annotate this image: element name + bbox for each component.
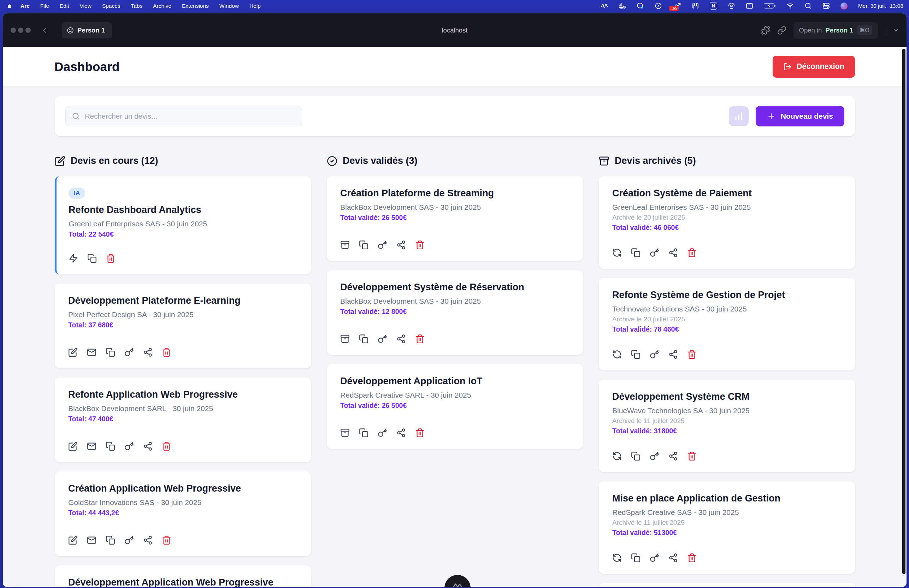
status-terminal-window[interactable] [746,2,753,10]
quote-card[interactable]: IARefonte Dashboard AnalyticsGreenLeaf E… [55,176,311,275]
copy-action-button[interactable] [359,334,369,344]
copy-action-button[interactable] [106,441,115,451]
zap-action-button[interactable] [68,254,78,263]
quote-card[interactable]: Développement Système de RéservationBlac… [327,270,583,355]
apple-menu[interactable] [6,3,12,9]
share-action-button[interactable] [396,334,406,344]
mail-action-button[interactable] [87,535,97,545]
copy-action-button[interactable] [631,451,641,461]
menu-item-archive[interactable]: Archive [153,3,171,9]
share-action-button[interactable] [143,347,153,357]
share-action-button[interactable] [668,350,678,359]
trash-action-button[interactable] [687,350,697,359]
quote-card[interactable]: Refonte Application Web ProgressiveBlack… [55,378,311,462]
menu-item-arc[interactable]: Arc [21,3,30,9]
new-quote-button[interactable]: Nouveau devis [756,106,844,126]
copy-action-button[interactable] [631,350,641,359]
trash-action-button[interactable] [687,553,697,562]
quote-card[interactable]: Développement Application Web Progressiv… [55,565,311,587]
copy-link-button[interactable] [777,26,786,35]
stats-button[interactable] [729,106,749,126]
quote-card[interactable]: Création Application Web ProgressiveGold… [55,472,311,556]
trash-action-button[interactable] [415,428,425,438]
notifications-button[interactable] [721,61,732,72]
search-input[interactable] [85,112,296,120]
page-scrollbar-thumb[interactable] [902,49,906,574]
menu-item-help[interactable]: Help [249,3,261,9]
status-wifi[interactable] [786,2,794,10]
copy-action-button[interactable] [359,240,369,250]
status-wave[interactable] [600,2,608,10]
copy-action-button[interactable] [631,248,641,257]
address-url[interactable]: localhost [442,26,467,34]
extensions-button[interactable] [761,26,770,35]
trash-action-button[interactable] [687,451,697,461]
menu-bar-clock[interactable]: Mer. 30 juil. 13:08 [858,3,903,9]
status-battery-charging[interactable] [764,3,776,9]
archive-action-button[interactable] [340,428,350,438]
restore-action-button[interactable] [612,350,622,359]
key-action-button[interactable] [650,248,659,257]
traffic-light-close[interactable] [11,27,16,33]
key-action-button[interactable] [378,428,387,438]
open-in-profile-button[interactable]: Open in Person 1 ⌘O [794,22,878,39]
status-spotlight[interactable] [804,2,812,10]
copy-action-button[interactable] [106,535,115,545]
restore-action-button[interactable] [612,248,622,257]
menu-item-file[interactable]: File [40,3,49,9]
key-action-button[interactable] [125,441,134,451]
menu-item-spaces[interactable]: Spaces [102,3,120,9]
status-docker[interactable] [619,2,626,10]
trash-action-button[interactable] [415,334,425,344]
trash-action-button[interactable] [162,441,171,451]
copy-action-button[interactable] [631,553,641,562]
restore-action-button[interactable] [612,553,622,562]
share-action-button[interactable] [396,240,406,250]
key-action-button[interactable] [378,240,387,250]
back-button[interactable] [40,26,49,34]
mail-action-button[interactable] [87,441,97,451]
quote-card[interactable]: Mise en place Application de GestionRedS… [599,481,855,574]
quote-card[interactable]: Création Système de PaiementGreenLeaf En… [599,176,855,269]
traffic-light-zoom[interactable] [26,27,31,33]
status-notion[interactable]: N [710,2,717,10]
share-action-button[interactable] [143,441,153,451]
copy-action-button[interactable] [359,428,369,438]
logout-button[interactable]: Déconnexion [773,56,855,78]
status-media-play[interactable] [655,2,662,10]
status-control-center[interactable] [822,2,830,10]
copy-action-button[interactable] [87,254,97,263]
quote-card[interactable]: Développement Application IoTRedSpark Cr… [327,364,583,449]
share-action-button[interactable] [668,451,678,461]
trash-action-button[interactable] [415,240,425,250]
quote-card[interactable]: Création Plateforme de StreamingBlackBox… [327,176,583,261]
status-airdrop[interactable] [728,2,735,10]
key-action-button[interactable] [125,347,134,357]
menu-item-tabs[interactable]: Tabs [131,3,143,9]
status-siri[interactable] [841,2,848,10]
status-chart-app[interactable]: ..65 [673,2,681,10]
archive-action-button[interactable] [340,334,350,344]
key-action-button[interactable] [650,350,659,359]
edit-action-button[interactable] [68,347,78,357]
quote-card[interactable] [599,583,855,587]
trash-action-button[interactable] [687,248,697,257]
key-action-button[interactable] [125,535,134,545]
trash-action-button[interactable] [106,254,115,263]
quote-card[interactable]: Développement Plateforme E-learningPixel… [55,284,311,368]
archive-action-button[interactable] [340,240,350,250]
dark-mode-toggle[interactable] [748,61,759,72]
mail-action-button[interactable] [87,347,97,357]
share-action-button[interactable] [668,553,678,562]
key-action-button[interactable] [650,553,659,562]
trash-action-button[interactable] [162,535,171,545]
edit-action-button[interactable] [68,535,78,545]
profile-chip[interactable]: Person 1 [62,22,112,39]
chevron-down-icon[interactable] [893,27,899,34]
quote-card[interactable]: Développement Système CRMBlueWave Techno… [599,380,855,472]
menu-item-extensions[interactable]: Extensions [182,3,209,9]
edit-action-button[interactable] [68,441,78,451]
trash-action-button[interactable] [162,347,171,357]
menu-item-view[interactable]: View [80,3,92,9]
copy-action-button[interactable] [106,347,115,357]
